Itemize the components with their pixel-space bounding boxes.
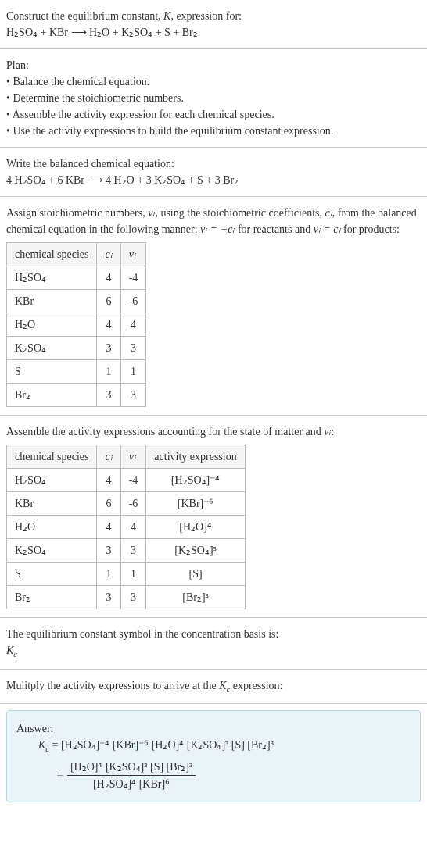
cell-nu: 4	[120, 313, 146, 337]
multiply-text: Mulitply the activity expressions to arr…	[6, 680, 219, 691]
header-species: chemical species	[7, 445, 97, 469]
table-row: KBr6-6	[7, 290, 146, 313]
cell-expr: [KBr]⁻⁶	[146, 492, 245, 516]
balanced-heading: Write the balanced chemical equation:	[6, 155, 421, 172]
cell-species: Br₂	[7, 586, 97, 609]
table-row: Br₂33[Br₂]³	[7, 586, 246, 609]
table-header-row: chemical species cᵢ νᵢ	[7, 243, 146, 266]
stoich-c: cᵢ	[325, 207, 332, 219]
symbol-kc: Kc	[6, 642, 421, 661]
cell-expr: [H₂SO₄]⁻⁴	[146, 469, 245, 492]
symbol-section: The equilibrium constant symbol in the c…	[0, 618, 427, 670]
activity-text: Assemble the activity expressions accoun…	[6, 426, 324, 438]
header-nu: νᵢ	[120, 445, 146, 469]
answer-box: Answer: Kc = [H₂SO₄]⁻⁴ [KBr]⁻⁶ [H₂O]⁴ [K…	[6, 710, 421, 802]
stoich-text: Assign stoichiometric numbers,	[6, 207, 148, 219]
stoich-section: Assign stoichiometric numbers, νᵢ, using…	[0, 197, 427, 416]
table-row: H₂SO₄4-4	[7, 266, 146, 290]
cell-species: Br₂	[7, 384, 97, 407]
stoich-rel1: νᵢ = −cᵢ	[200, 223, 235, 235]
header-c: cᵢ	[97, 243, 120, 266]
plan-item: Use the activity expressions to build th…	[6, 123, 421, 139]
cell-expr: [K₂SO₄]³	[146, 539, 245, 563]
table-row: Br₂33	[7, 384, 146, 407]
activity-section: Assemble the activity expressions accoun…	[0, 416, 427, 618]
cell-species: S	[7, 563, 97, 586]
stoich-intro: Assign stoichiometric numbers, νᵢ, using…	[6, 205, 421, 238]
answer-eq2-pre: =	[54, 768, 66, 780]
cell-c: 3	[97, 586, 120, 609]
cell-species: H₂O	[7, 313, 97, 337]
cell-nu: 3	[120, 337, 146, 360]
plan-item: Assemble the activity expression for eac…	[6, 106, 421, 123]
cell-species: H₂O	[7, 516, 97, 539]
balanced-section: Write the balanced chemical equation: 4 …	[0, 148, 427, 197]
stoich-text: for reactants and	[235, 223, 313, 235]
prompt-line1: Construct the equilibrium constant, K, e…	[6, 8, 421, 24]
cell-nu: -4	[120, 266, 146, 290]
table-header-row: chemical species cᵢ νᵢ activity expressi…	[7, 445, 246, 469]
plan-item: Balance the chemical equation.	[6, 73, 421, 90]
plan-list: Balance the chemical equation. Determine…	[6, 73, 421, 139]
prompt-equation: H₂SO₄ + KBr ⟶ H₂O + K₂SO₄ + S + Br₂	[6, 24, 421, 41]
activity-heading: Assemble the activity expressions accoun…	[6, 423, 421, 440]
cell-species: KBr	[7, 492, 97, 516]
multiply-kc: Kc	[219, 680, 230, 691]
table-row: H₂O44[H₂O]⁴	[7, 516, 246, 539]
plan-heading: Plan:	[6, 57, 421, 73]
cell-c: 4	[97, 516, 120, 539]
fraction-numerator: [H₂O]⁴ [K₂SO₄]³ [S] [Br₂]³	[67, 759, 196, 776]
cell-c: 6	[97, 492, 120, 516]
cell-nu: -4	[120, 469, 146, 492]
cell-species: H₂SO₄	[7, 266, 97, 290]
stoich-rel2: νᵢ = cᵢ	[314, 223, 341, 235]
activity-table: chemical species cᵢ νᵢ activity expressi…	[6, 445, 246, 609]
cell-nu: 1	[120, 360, 146, 384]
table-row: H₂SO₄4-4[H₂SO₄]⁻⁴	[7, 469, 246, 492]
answer-eq1-text: = [H₂SO₄]⁻⁴ [KBr]⁻⁶ [H₂O]⁴ [K₂SO₄]³ [S] …	[49, 739, 274, 751]
header-species: chemical species	[7, 243, 97, 266]
balanced-equation: 4 H₂SO₄ + 6 KBr ⟶ 4 H₂O + 3 K₂SO₄ + S + …	[6, 172, 421, 188]
cell-c: 3	[97, 539, 120, 563]
cell-c: 6	[97, 290, 120, 313]
activity-text: :	[332, 426, 335, 438]
cell-nu: -6	[120, 290, 146, 313]
plan-item: Determine the stoichiometric numbers.	[6, 90, 421, 106]
cell-nu: -6	[120, 492, 146, 516]
header-c: cᵢ	[97, 445, 120, 469]
activity-nu: νᵢ	[324, 426, 331, 438]
cell-c: 3	[97, 337, 120, 360]
cell-c: 4	[97, 313, 120, 337]
prompt-text: Construct the equilibrium constant,	[6, 10, 163, 22]
answer-kc: Kc	[38, 739, 49, 751]
cell-c: 1	[97, 563, 120, 586]
multiply-text-end: expression:	[230, 680, 282, 691]
cell-nu: 3	[120, 539, 146, 563]
header-expr: activity expression	[146, 445, 245, 469]
cell-nu: 4	[120, 516, 146, 539]
cell-c: 1	[97, 360, 120, 384]
answer-fraction: [H₂O]⁴ [K₂SO₄]³ [S] [Br₂]³ [H₂SO₄]⁴ [KBr…	[67, 759, 196, 792]
multiply-section: Mulitply the activity expressions to arr…	[0, 670, 427, 705]
cell-nu: 3	[120, 586, 146, 609]
cell-expr: [Br₂]³	[146, 586, 245, 609]
fraction-denominator: [H₂SO₄]⁴ [KBr]⁶	[67, 776, 196, 792]
table-row: S11	[7, 360, 146, 384]
table-row: KBr6-6[KBr]⁻⁶	[7, 492, 246, 516]
stoich-text: , using the stoichiometric coefficients,	[155, 207, 325, 219]
table-row: H₂O44	[7, 313, 146, 337]
table-row: S11[S]	[7, 563, 246, 586]
header-nu: νᵢ	[120, 243, 146, 266]
cell-species: H₂SO₄	[7, 469, 97, 492]
cell-nu: 3	[120, 384, 146, 407]
answer-eq2: = [H₂O]⁴ [K₂SO₄]³ [S] [Br₂]³ [H₂SO₄]⁴ [K…	[16, 759, 411, 792]
cell-species: K₂SO₄	[7, 539, 97, 563]
prompt-section: Construct the equilibrium constant, K, e…	[0, 0, 427, 49]
cell-c: 3	[97, 384, 120, 407]
cell-species: S	[7, 360, 97, 384]
cell-expr: [S]	[146, 563, 245, 586]
symbol-line: The equilibrium constant symbol in the c…	[6, 626, 421, 642]
table-row: K₂SO₄33	[7, 337, 146, 360]
cell-c: 4	[97, 266, 120, 290]
cell-c: 4	[97, 469, 120, 492]
